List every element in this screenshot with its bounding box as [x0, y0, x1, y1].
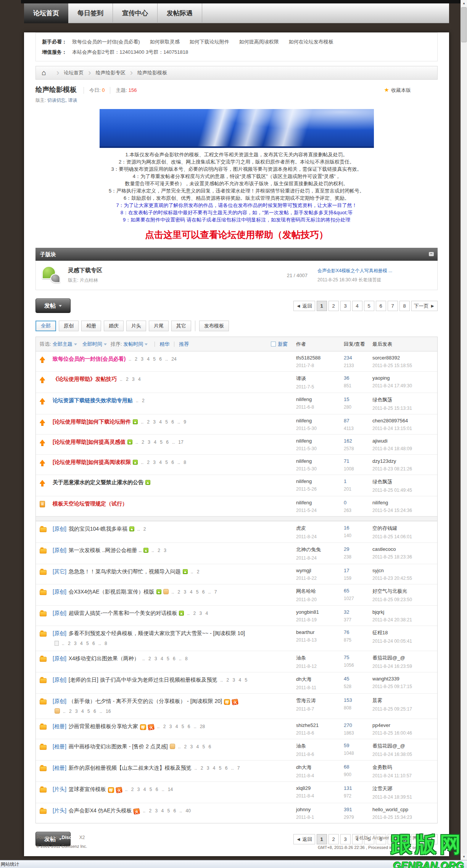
thread-page-links[interactable]: .. 2 3 4 — [187, 611, 208, 616]
pager-back-button[interactable]: ◄ 返回 — [293, 301, 315, 311]
thread-category-tag[interactable]: [相册] — [53, 743, 66, 749]
recommend-link[interactable]: 推荐 — [179, 341, 189, 348]
thread-title-link[interactable]: 关于恶意灌水的定义暨禁止灌水的公告 — [53, 479, 143, 485]
new-window-checkbox[interactable] — [271, 342, 276, 347]
scrollbar-thumb[interactable] — [461, 7, 467, 42]
lastpost-author-link[interactable]: syjcn — [372, 568, 433, 573]
thread-title-link[interactable]: 会声会影X4 仿AE片头模板 — [69, 807, 132, 813]
pager-page-3[interactable]: 3 — [340, 301, 351, 311]
thread-title-link[interactable]: 沙画背景相册模板分享给大家 — [69, 723, 138, 729]
lastpost-author-link[interactable]: castlecoco — [372, 546, 433, 552]
author-link[interactable]: yongbin81 — [296, 609, 344, 615]
thread-page-links[interactable]: .. 2 3 4 5 6 .. 24 — [129, 356, 176, 362]
notice-link[interactable]: 如何在论坛发布模板 — [289, 39, 333, 45]
nav-tab-每日签到[interactable]: 每日签到 — [68, 3, 113, 23]
lastpost-author-link[interactable]: hello_world_cpp — [372, 807, 433, 812]
thread-category-tag[interactable]: [相册] — [53, 723, 66, 729]
thread-title-link[interactable]: 画中画移动变幻出图效果 - [售价 2 点灵感] — [69, 743, 168, 749]
scrollbar[interactable]: ▲ ▼ — [461, 0, 467, 860]
thread-category-tag[interactable]: [片头] — [53, 807, 66, 813]
author-link[interactable]: shizhe521 — [296, 722, 344, 728]
thread-category-tag[interactable]: [片头] — [53, 786, 66, 792]
thread-page-links[interactable]: .. 2 3 4 5 6 .. 14 — [125, 787, 173, 792]
thread-page-links[interactable]: .. 2 3 4 5 6 .. 8 — [142, 656, 188, 661]
thread-page-links[interactable]: .. 2 3 4 5 6 .. 9 — [141, 419, 186, 425]
thread-category-tag[interactable]: [相册] — [53, 765, 66, 771]
thread-category-tag[interactable]: [原创] — [53, 655, 66, 661]
author-link[interactable]: 虎皮 — [296, 525, 344, 532]
thread-category-tag[interactable]: [原创] — [53, 610, 66, 616]
author-link[interactable]: nilifeng — [296, 438, 344, 444]
author-link[interactable]: nilifeng — [296, 458, 344, 464]
thread-page-links[interactable]: .. 2 3 4 5 6 .. 8 — [62, 641, 107, 646]
thread-category-tag[interactable]: [原创] — [53, 677, 66, 683]
filter-all-time[interactable]: 全部时间 — [82, 341, 102, 348]
thread-title-link[interactable]: 致每位会员的一封信(会员必看) — [53, 356, 126, 362]
lastpost-author-link[interactable]: bjqrkj — [372, 609, 433, 615]
featured-link[interactable]: 精华 — [159, 341, 169, 348]
nav-tab-论坛首页[interactable]: 论坛首页 — [24, 3, 68, 23]
author-link[interactable]: nilifeng — [296, 500, 344, 505]
thread-title-link[interactable]: 论坛资源下载链接失效求助专用贴 — [53, 397, 133, 403]
lastpost-author-link[interactable]: dzy123dzy — [372, 458, 433, 464]
scroll-up-arrow[interactable]: ▲ — [461, 0, 467, 6]
thread-title-link[interactable]: 多看不到预览发个经典模板，顺便请大家欣赏下武大雪景~~ - [阅读权限 10] — [69, 630, 245, 636]
favorite-board-button[interactable]: ★收藏本版 — [384, 87, 411, 94]
lastpost-author-link[interactable]: 金勇数码 — [372, 764, 433, 771]
author-link[interactable]: 油条 — [296, 743, 344, 749]
thread-page-links[interactable]: .. 2 3 — [151, 548, 166, 553]
author-link[interactable]: tfs5182588 — [296, 355, 344, 361]
notice-link[interactable]: 如何下载论坛附件 — [190, 39, 229, 45]
author-link[interactable]: wymgjl — [296, 568, 344, 573]
lastpost-author-link[interactable]: ajiwudi — [372, 438, 433, 444]
author-link[interactable]: 油条 — [296, 655, 344, 661]
notice-link[interactable]: 如何提高阅读权限 — [239, 39, 279, 45]
notice-link[interactable]: 致每位会员的一封信(会员必看) — [72, 39, 140, 45]
lastpost-author-link[interactable]: 晨雾 — [372, 697, 433, 704]
author-link[interactable]: dh大海 — [296, 764, 344, 771]
home-icon[interactable]: ⌂ — [36, 69, 52, 77]
pager-page-8[interactable]: 8 — [399, 301, 410, 311]
thread-category-tag[interactable]: [原创] — [53, 547, 66, 553]
pager-next-button[interactable]: 下一页 ► — [411, 301, 438, 311]
filter-tab-原创[interactable]: 原创 — [59, 321, 79, 331]
author-link[interactable]: bearthur — [296, 629, 344, 635]
thread-page-links[interactable]: .. 2 3 4 5 — [220, 677, 247, 683]
breadcrumb-item-1[interactable]: 论坛首页 — [64, 69, 84, 76]
thread-title-link[interactable]: X4移动变幻出图效果（两种） — [69, 655, 139, 661]
thread-category-tag[interactable]: [原创] — [53, 698, 66, 704]
thread-title-link[interactable]: （新手做）七夕情 - 离不开天空的云（分享模板） - [阅读权限 20] — [69, 698, 222, 704]
filter-tab-全部[interactable]: 全部 — [35, 321, 56, 331]
author-link[interactable]: johnny — [296, 807, 344, 812]
nav-tab-宣传中心[interactable]: 宣传中心 — [113, 3, 158, 23]
author-link[interactable]: 雪海云涛 — [296, 697, 344, 704]
sort-by-posttime[interactable]: 发帖时间 — [123, 341, 143, 348]
breadcrumb-item-3[interactable]: 绘声绘影模板 — [137, 69, 167, 76]
thread-title-link[interactable]: 超级雷人搞笑-一个黑客和一个美女的对话模板 — [69, 610, 177, 616]
filter-tab-婚庆[interactable]: 婚庆 — [104, 321, 124, 331]
pager-page-6[interactable]: 6 — [376, 301, 386, 311]
thread-page-links[interactable]: .. 2 3 4 5 6 .. 40 — [143, 808, 190, 813]
lastpost-author-link[interactable]: 绿色飘荡 — [372, 396, 433, 403]
author-link[interactable]: dh大海 — [296, 676, 344, 683]
thread-page-links[interactable]: .. 2 3 4 5 6 .. 17 — [135, 440, 183, 445]
filter-tab-其它[interactable]: 其它 — [171, 321, 191, 331]
lastpost-author-link[interactable]: 泣雪天琊 — [372, 785, 433, 792]
lastpost-author-link[interactable]: sorcer88392 — [372, 355, 433, 361]
thread-title-link[interactable]: [论坛使用帮助]如何提高灵感值 — [53, 439, 126, 445]
moderator-links[interactable]: 切谈切忘, 谭谈 — [47, 98, 77, 103]
help-link[interactable]: 点击这里可以查看论坛使用帮助（发帖技巧） — [24, 229, 449, 241]
thread-title-link[interactable]: 《论坛使用帮助》发帖技巧 — [53, 376, 117, 382]
thread-page-links[interactable]: .. 2 — [136, 398, 145, 403]
thread-title-link[interactable]: [论坛使用帮助]如何下载论坛附件 — [53, 419, 131, 425]
lastpost-author-link[interactable]: 番茄花园@_@ — [372, 743, 433, 749]
author-link[interactable]: 网名哈哈 — [296, 588, 344, 595]
thread-page-links[interactable]: .. 2 — [191, 569, 200, 574]
thread-page-links[interactable]: .. 2 3 4 5 6 .. 28 — [157, 724, 205, 729]
filter-tab-相册[interactable]: 相册 — [81, 321, 101, 331]
thread-page-links[interactable]: .. 2 3 4 5 6 .. 16 — [63, 709, 111, 714]
author-link[interactable]: nilifeng — [296, 478, 344, 484]
breadcrumb-item-2[interactable]: 绘声绘影专区 — [96, 69, 126, 76]
author-link[interactable]: nilifeng — [296, 396, 344, 402]
pager-page-4[interactable]: 4 — [352, 301, 362, 311]
